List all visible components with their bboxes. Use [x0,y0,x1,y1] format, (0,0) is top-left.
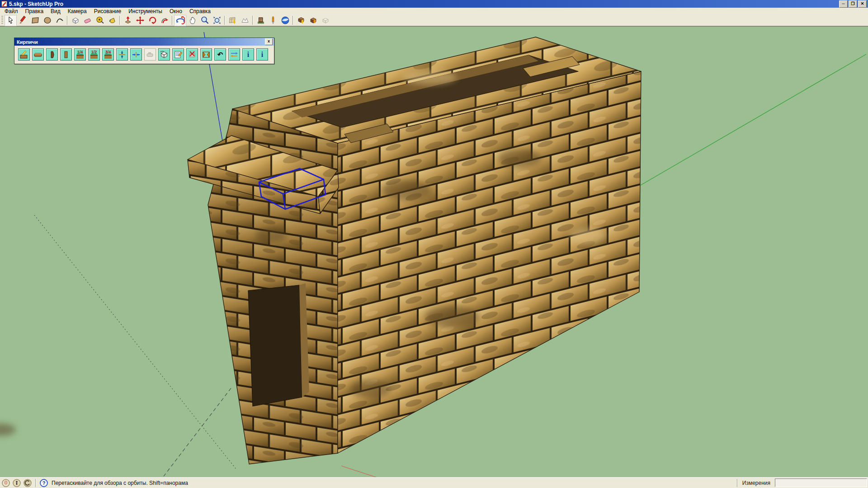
photo-textures-button[interactable] [255,15,267,26]
menu-tools[interactable]: Инструменты [125,8,166,15]
eraser-tool-button[interactable] [81,15,94,26]
magnifier-icon [200,16,209,25]
get-models-icon [297,16,306,25]
bricks-toolbar-panel: Кирпичи x 1 [14,38,274,64]
toolbar-separator [172,16,173,25]
paint-bucket-button[interactable] [106,15,118,26]
delete-brick-button[interactable] [186,48,198,61]
cross-brick-button[interactable] [200,48,212,61]
scene-canvas[interactable] [0,27,868,478]
push-pull-icon [123,16,132,25]
circle-tool-button[interactable] [41,15,53,26]
measurements-label: Измерения [742,480,770,486]
geolocation-status-icon[interactable] [2,479,10,487]
offset-tool-button[interactable] [158,15,170,26]
swap-direction-button[interactable] [228,48,240,61]
bricks-panel-close-button[interactable]: x [265,38,273,45]
menu-window[interactable]: Окно [166,8,186,15]
undo-icon: ↶ [217,51,223,58]
pan-tool-button[interactable] [186,15,198,26]
push-pull-button[interactable] [122,15,134,26]
share-model-icon [309,16,318,25]
zoom-extents-button[interactable] [211,15,223,26]
menu-file[interactable]: Файл [1,8,22,15]
quarter-brick-glyph [76,55,84,59]
zoom-extents-icon [212,16,222,25]
fit-width-icon [132,50,141,59]
select-tool-button[interactable] [5,15,17,26]
half-brick-button[interactable]: 1/2 [88,48,100,61]
arc-tool-button[interactable] [53,15,66,26]
sketchup-window: 5.skp - SketchUp Pro ─ ❐ ✕ Файл Правка В… [0,0,868,488]
minimize-button[interactable]: ─ [839,0,848,8]
main-toolbar [0,15,868,26]
orbit-tool-button[interactable] [174,15,186,26]
swap-arrows-icon [230,50,239,59]
half-round-brick-button[interactable] [46,48,58,61]
half-round-brick-icon [47,50,57,59]
google-earth-button[interactable] [279,15,291,26]
rotate-tool-button[interactable] [146,15,158,26]
measurements-input[interactable] [775,479,867,487]
info-icon: i [247,51,249,58]
status-icons [0,479,35,487]
info-b-button[interactable]: i [256,48,268,61]
brick-box-button[interactable] [158,48,170,61]
bricks-panel-title: Кирпичи [17,39,38,45]
fit-height-button[interactable] [116,48,128,61]
globe-icon [281,16,290,25]
menu-camera[interactable]: Камера [64,8,90,15]
add-location-button[interactable] [226,15,239,26]
fit-width-button[interactable] [130,48,142,61]
toolbar-separator [67,16,68,25]
fit-height-icon [118,50,127,59]
menu-draw[interactable]: Рисование [90,8,125,15]
quarter-brick-label: 1/4 [77,50,83,54]
move-tool-button[interactable] [134,15,146,26]
get-models-button[interactable] [295,15,307,26]
whole-brick-button[interactable] [32,48,44,61]
sign-in-status-icon[interactable] [24,479,32,487]
quarter-brick-button[interactable]: 1/4 [74,48,86,61]
rotate-icon [148,16,157,25]
half-brick-label: 1/2 [91,50,97,54]
three-quarter-brick-label: 3/4 [105,50,111,54]
brick-on-end-button[interactable] [60,48,72,61]
line-tool-button[interactable] [17,15,29,26]
info-a-button[interactable]: i [242,48,254,61]
draw-brick-button[interactable] [18,48,30,61]
make-component-button[interactable] [69,15,81,26]
bricks-panel-titlebar[interactable]: Кирпичи x [14,38,274,46]
tape-measure-icon [95,16,104,25]
close-button[interactable]: ✕ [858,0,867,8]
offset-icon [160,16,169,25]
share-model-button[interactable] [307,15,319,26]
toggle-terrain-button[interactable] [239,15,251,26]
status-separator [35,479,36,487]
menu-edit[interactable]: Правка [22,8,47,15]
terrain-icon [241,16,250,25]
window-title: 5.skp - SketchUp Pro [9,1,63,7]
cross-brick-icon [202,50,211,59]
pencil-icon [19,16,28,25]
three-quarter-brick-button[interactable]: 3/4 [102,48,114,61]
sketchup-app-icon [1,1,7,7]
zoom-tool-button[interactable] [198,15,211,26]
send-to-layout-button[interactable] [319,15,331,26]
rectangle-tool-button[interactable] [29,15,41,26]
credit-status-icon[interactable] [13,479,21,487]
menu-view[interactable]: Вид [47,8,64,15]
ghost-brick-icon [146,50,155,59]
undo-brick-button[interactable]: ↶ [214,48,226,61]
match-photo-button[interactable] [267,15,279,26]
three-quarter-brick-glyph [104,55,112,59]
edit-spec-button[interactable] [172,48,184,61]
menu-help[interactable]: Справка [186,8,214,15]
delete-brick-icon [188,50,197,59]
tape-measure-button[interactable] [94,15,106,26]
status-bar: ? Перетаскивайте для обзора с орбиты. Sh… [0,477,868,488]
component-box-icon [71,16,80,25]
toolbar-grip[interactable] [1,16,3,25]
maximize-button[interactable]: ❐ [849,0,857,8]
help-icon[interactable]: ? [40,479,48,487]
